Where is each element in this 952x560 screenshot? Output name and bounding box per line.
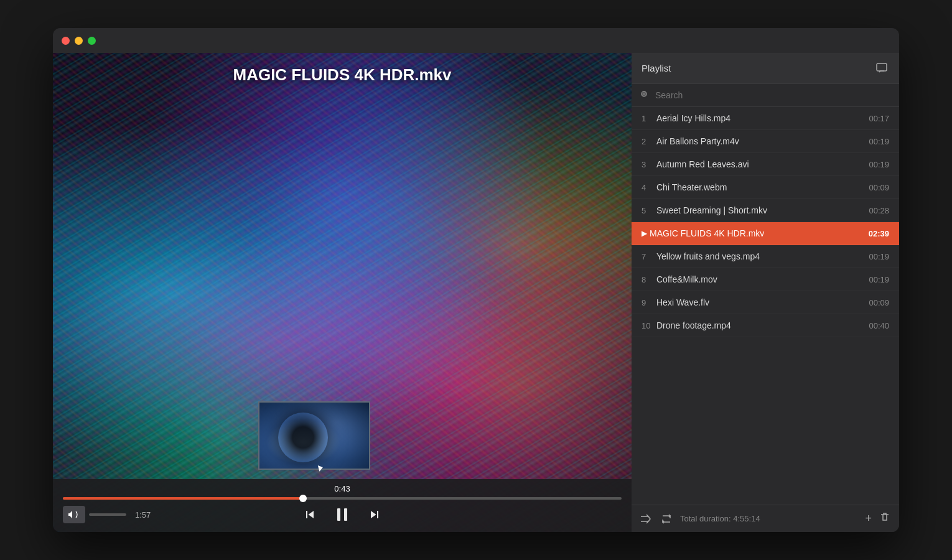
volume-button[interactable] bbox=[63, 506, 85, 523]
item-name: Hexi Wave.flv bbox=[656, 297, 864, 307]
pause-button[interactable] bbox=[332, 505, 352, 525]
next-button[interactable] bbox=[367, 507, 382, 522]
item-duration: 00:09 bbox=[869, 183, 889, 192]
playlist-item[interactable]: 9 Hexi Wave.flv 00:09 bbox=[632, 291, 899, 314]
svg-rect-2 bbox=[877, 63, 887, 71]
item-number: 8 bbox=[642, 275, 656, 284]
playlist-items: 1 Aerial Icy Hills.mp4 00:17 2 Air Ballo… bbox=[632, 107, 899, 505]
item-duration: 00:09 bbox=[869, 298, 889, 307]
playback-controls bbox=[302, 505, 382, 525]
playlist-item[interactable]: 8 Coffe&Milk.mov 00:19 bbox=[632, 268, 899, 291]
playlist-panel: Playlist 1 Aerial bbox=[632, 53, 899, 532]
playlist-header: Playlist bbox=[632, 53, 899, 84]
item-name: Drone footage.mp4 bbox=[656, 320, 864, 330]
add-button[interactable]: + bbox=[865, 512, 872, 525]
controls-bar: 0:43 bbox=[53, 479, 632, 532]
item-number: 4 bbox=[642, 183, 656, 192]
playlist-footer: Total duration: 4:55:14 + bbox=[632, 505, 899, 532]
playlist-item[interactable]: 4 Chi Theater.webm 00:09 bbox=[632, 176, 899, 199]
volume-area: 1:57 bbox=[63, 506, 151, 523]
thumbnail-preview bbox=[258, 401, 370, 470]
item-number: 1 bbox=[642, 114, 656, 123]
filter-icon bbox=[640, 90, 650, 100]
main-area: MAGIC FLUIDS 4K HDR.mkv 0:43 bbox=[53, 53, 899, 532]
item-name: Air Ballons Party.m4v bbox=[656, 136, 864, 146]
playlist-title: Playlist bbox=[642, 63, 671, 73]
item-number: 7 bbox=[642, 252, 656, 261]
playlist-item[interactable]: 10 Drone footage.mp4 00:40 bbox=[632, 314, 899, 337]
delete-button[interactable] bbox=[879, 511, 890, 526]
item-duration: 00:19 bbox=[869, 137, 889, 146]
item-number: 9 bbox=[642, 298, 656, 307]
item-duration: 00:28 bbox=[869, 206, 889, 215]
search-bar bbox=[632, 84, 899, 107]
thumbnail-image bbox=[259, 403, 369, 469]
time-elapsed: 1:57 bbox=[135, 510, 151, 520]
chat-icon[interactable] bbox=[874, 61, 889, 76]
item-duration: 00:19 bbox=[869, 160, 889, 169]
search-input[interactable] bbox=[655, 90, 890, 100]
item-name: MAGIC FLUIDS 4K HDR.mkv bbox=[650, 228, 864, 238]
previous-button[interactable] bbox=[302, 507, 317, 522]
svg-rect-1 bbox=[344, 508, 347, 521]
item-duration: 00:19 bbox=[869, 252, 889, 261]
time-preview-label: 0:43 bbox=[334, 484, 350, 493]
maximize-button[interactable] bbox=[88, 37, 96, 45]
item-number: 2 bbox=[642, 137, 656, 146]
playlist-item[interactable]: 3 Autumn Red Leaves.avi 00:19 bbox=[632, 153, 899, 176]
item-number: 3 bbox=[642, 160, 656, 169]
progress-fill bbox=[63, 497, 303, 500]
volume-slider[interactable] bbox=[89, 513, 126, 516]
progress-bar[interactable] bbox=[63, 497, 622, 500]
shuffle-button[interactable] bbox=[640, 514, 653, 524]
item-name: Chi Theater.webm bbox=[656, 182, 864, 192]
playlist-item[interactable]: 1 Aerial Icy Hills.mp4 00:17 bbox=[632, 107, 899, 130]
item-number: 5 bbox=[642, 206, 656, 215]
svg-rect-0 bbox=[337, 508, 340, 521]
title-bar bbox=[53, 28, 899, 53]
playlist-item[interactable]: 7 Yellow fruits and vegs.mp4 00:19 bbox=[632, 245, 899, 268]
item-number: 10 bbox=[642, 321, 656, 330]
item-duration: 02:39 bbox=[869, 229, 889, 238]
item-duration: 00:17 bbox=[869, 114, 889, 123]
item-name: Coffe&Milk.mov bbox=[656, 274, 864, 284]
video-area: MAGIC FLUIDS 4K HDR.mkv 0:43 bbox=[53, 53, 632, 532]
video-title: MAGIC FLUIDS 4K HDR.mkv bbox=[53, 65, 632, 85]
total-duration: Total duration: 4:55:14 bbox=[680, 514, 857, 523]
playlist-item[interactable]: ▶ MAGIC FLUIDS 4K HDR.mkv 02:39 bbox=[632, 222, 899, 245]
item-name: Aerial Icy Hills.mp4 bbox=[656, 113, 864, 123]
minimize-button[interactable] bbox=[75, 37, 83, 45]
item-duration: 00:40 bbox=[869, 321, 889, 330]
item-name: Autumn Red Leaves.avi bbox=[656, 159, 864, 169]
playlist-item[interactable]: 5 Sweet Dreaming | Short.mkv 00:28 bbox=[632, 199, 899, 222]
progress-thumb[interactable] bbox=[299, 495, 307, 502]
item-name: Sweet Dreaming | Short.mkv bbox=[656, 205, 864, 215]
app-window: MAGIC FLUIDS 4K HDR.mkv 0:43 bbox=[53, 28, 899, 532]
traffic-lights bbox=[62, 37, 96, 45]
play-icon: ▶ bbox=[642, 229, 647, 238]
item-name: Yellow fruits and vegs.mp4 bbox=[656, 251, 864, 261]
progress-container: 0:43 bbox=[63, 484, 622, 500]
controls-row: 1:57 bbox=[63, 505, 622, 525]
playlist-item[interactable]: 2 Air Ballons Party.m4v 00:19 bbox=[632, 130, 899, 153]
close-button[interactable] bbox=[62, 37, 70, 45]
repeat-button[interactable] bbox=[660, 514, 673, 524]
item-duration: 00:19 bbox=[869, 275, 889, 284]
